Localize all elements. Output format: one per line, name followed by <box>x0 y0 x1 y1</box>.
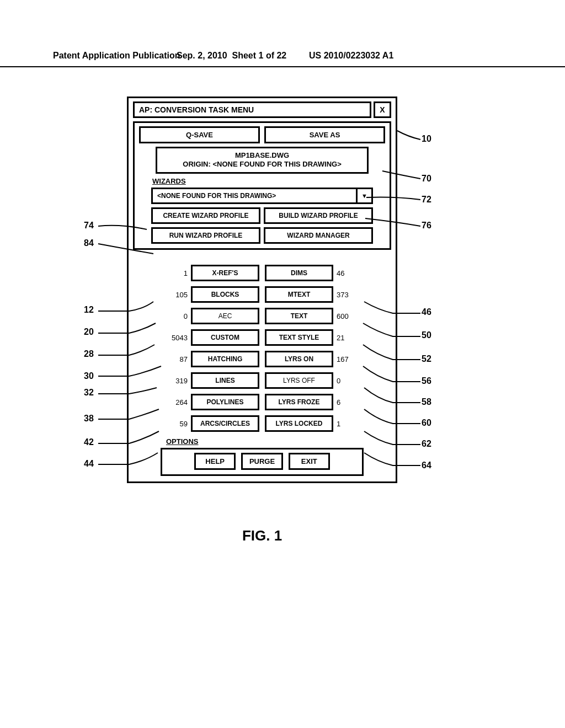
stat-row: DIMS46 <box>265 264 361 282</box>
callout-12: 12 <box>84 305 94 315</box>
stat-button[interactable]: DIMS <box>265 265 333 281</box>
stats-area: 1X-REF'S105BLOCKS0AEC5043CUSTOM87HATCHIN… <box>133 264 391 433</box>
purge-button[interactable]: PURGE <box>241 453 282 470</box>
stat-row: LYRS ON167 <box>265 350 361 368</box>
callout-38: 38 <box>84 414 94 424</box>
callout-46: 46 <box>422 307 431 317</box>
stat-count: 59 <box>163 420 191 428</box>
header-date: Sep. 2, 2010 Sheet 1 of 22 <box>177 51 286 61</box>
stat-count: 600 <box>333 312 361 320</box>
callout-64: 64 <box>422 461 431 470</box>
stat-button[interactable]: ARCS/CIRCLES <box>191 415 259 432</box>
stat-row: TEXT STYLE21 <box>265 329 361 347</box>
header-pubno: US 2010/0223032 A1 <box>309 51 393 61</box>
stat-count: 1 <box>163 269 191 277</box>
options-heading: OPTIONS <box>133 437 391 446</box>
stat-row: MTEXT373 <box>265 286 361 304</box>
wizard-dropdown-value: <NONE FOUND FOR THIS DRAWING> <box>153 189 356 202</box>
callout-84: 84 <box>84 238 94 248</box>
callout-62: 62 <box>422 439 431 449</box>
build-wizard-button[interactable]: BUILD WIZARD PROFILE <box>264 207 373 224</box>
stat-button[interactable]: LYRS ON <box>265 351 333 367</box>
stat-row: LYRS OFF0 <box>265 372 361 390</box>
stat-count: 264 <box>163 398 191 406</box>
save-group: Q-SAVE SAVE AS MP1BASE.DWG ORIGIN: <NONE… <box>133 121 391 250</box>
stat-button[interactable]: BLOCKS <box>191 286 259 303</box>
callout-58: 58 <box>422 397 431 407</box>
create-wizard-button[interactable]: CREATE WIZARD PROFILE <box>151 207 260 224</box>
wizard-dropdown[interactable]: <NONE FOUND FOR THIS DRAWING> ▼ <box>151 188 373 204</box>
run-wizard-button[interactable]: RUN WIZARD PROFILE <box>151 227 260 244</box>
stat-row: LYRS LOCKED1 <box>265 415 361 433</box>
stat-count: 87 <box>163 355 191 363</box>
wizards-heading: WIZARDS <box>139 177 385 185</box>
stat-count: 319 <box>163 377 191 385</box>
stat-row: LYRS FROZE6 <box>265 393 361 411</box>
stat-row: 0AEC <box>163 307 259 325</box>
stat-button[interactable]: LYRS FROZE <box>265 394 333 410</box>
stat-count: 46 <box>333 269 361 277</box>
header-divider <box>0 66 565 67</box>
stat-button[interactable]: X-REF'S <box>191 265 259 281</box>
saveas-button[interactable]: SAVE AS <box>264 126 385 143</box>
stat-count: 5043 <box>163 334 191 342</box>
callout-50: 50 <box>422 330 431 340</box>
callout-32: 32 <box>84 388 94 398</box>
stat-button[interactable]: CUSTOM <box>191 329 259 346</box>
callout-76: 76 <box>422 221 431 231</box>
stat-button[interactable]: TEXT <box>265 308 333 324</box>
stat-row: 319LINES <box>163 372 259 390</box>
help-button[interactable]: HELP <box>194 453 236 470</box>
options-group: HELP PURGE EXIT <box>161 448 364 476</box>
stat-count: 21 <box>333 334 361 342</box>
stat-button[interactable]: MTEXT <box>265 286 333 303</box>
wizard-manager-button[interactable]: WIZARD MANAGER <box>264 227 373 244</box>
dialog-title: AP: CONVERSION TASK MENU <box>133 101 371 118</box>
stat-row: 5043CUSTOM <box>163 329 259 347</box>
callout-74: 74 <box>84 221 94 231</box>
callout-70: 70 <box>422 174 431 184</box>
callout-52: 52 <box>422 354 431 364</box>
stat-row: 59ARCS/CIRCLES <box>163 415 259 433</box>
stat-button[interactable]: TEXT STYLE <box>265 329 333 346</box>
stat-count: 373 <box>333 291 361 299</box>
callout-72: 72 <box>422 195 431 205</box>
callout-10: 10 <box>422 134 431 144</box>
callout-42: 42 <box>84 437 94 447</box>
callout-20: 20 <box>84 327 94 337</box>
dialog-frame: AP: CONVERSION TASK MENU X Q-SAVE SAVE A… <box>127 97 397 483</box>
callout-30: 30 <box>84 371 94 381</box>
stat-button[interactable]: POLYLINES <box>191 394 259 410</box>
callout-60: 60 <box>422 418 431 428</box>
header-publication: Patent Application Publication <box>53 51 180 61</box>
stat-count: 167 <box>333 355 361 363</box>
file-info: MP1BASE.DWG ORIGIN: <NONE FOUND FOR THIS… <box>156 147 369 174</box>
stat-count: 6 <box>333 398 361 406</box>
stat-row: TEXT600 <box>265 307 361 325</box>
callout-28: 28 <box>84 349 94 359</box>
close-button[interactable]: X <box>374 101 391 118</box>
chevron-down-icon[interactable]: ▼ <box>356 189 371 202</box>
stat-row: 87HATCHING <box>163 350 259 368</box>
callout-56: 56 <box>422 376 431 386</box>
callout-44: 44 <box>84 459 94 469</box>
stat-count: 0 <box>333 377 361 385</box>
stat-button[interactable]: LYRS LOCKED <box>265 415 333 432</box>
stat-row: 105BLOCKS <box>163 286 259 304</box>
stat-button[interactable]: AEC <box>191 308 259 324</box>
stat-count: 1 <box>333 420 361 428</box>
stat-row: 1X-REF'S <box>163 264 259 282</box>
figure-caption: FIG. 1 <box>127 527 397 544</box>
stat-count: 105 <box>163 291 191 299</box>
stat-count: 0 <box>163 312 191 320</box>
stat-button[interactable]: LINES <box>191 372 259 389</box>
qsave-button[interactable]: Q-SAVE <box>139 126 260 143</box>
exit-button[interactable]: EXIT <box>289 453 330 470</box>
stat-row: 264POLYLINES <box>163 393 259 411</box>
stat-button[interactable]: LYRS OFF <box>265 372 333 389</box>
stat-button[interactable]: HATCHING <box>191 351 259 367</box>
